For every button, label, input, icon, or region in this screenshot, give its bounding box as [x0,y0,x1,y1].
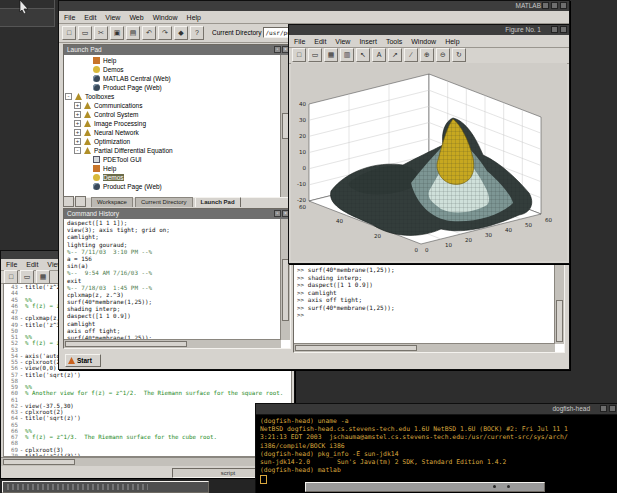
launchpad-tree-item[interactable]: Product Page (Web) [83,182,281,191]
terminal-output[interactable]: (dogfish-head) uname -aNetBSD dogfish-he… [260,417,616,492]
history-line[interactable]: daspect([1 1 1]); [67,220,281,227]
history-line[interactable]: a = 156 [67,256,281,263]
tree-expander-icon[interactable]: + [74,138,81,145]
tree-expander-icon[interactable]: + [74,129,81,136]
command-history-header[interactable]: Command History ▫ × [64,209,290,219]
menu-item[interactable]: View [335,38,350,45]
tree-expander-icon[interactable] [83,165,90,172]
paste-icon[interactable]: ▤ [126,26,140,40]
tree-expander-icon[interactable] [83,156,90,163]
launchpad-tree-item[interactable]: + Optimization [74,137,281,146]
close-button[interactable] [609,405,616,412]
dock-mini-button[interactable] [75,196,86,207]
history-line[interactable]: shading interp; [67,306,281,313]
maximize-button[interactable] [551,2,558,9]
history-line[interactable]: camlight; [67,234,281,241]
tree-expander-icon[interactable]: + [74,120,81,127]
menu-item[interactable]: Help [445,38,459,45]
launchpad-tree-item[interactable]: - Partial Differential Equation [74,146,281,155]
history-line[interactable]: surf(40*membrane(1,25)); [67,299,281,306]
history-line[interactable]: exit [67,278,281,285]
history-line[interactable]: lighting gouraud; [67,242,281,249]
menu-item[interactable]: Edit [314,38,326,45]
launchpad-tree-item[interactable]: Product Page (Web) [83,83,281,92]
tree-expander-icon[interactable] [83,75,90,82]
dock-tab[interactable]: Workspace [91,197,133,207]
command-history-list[interactable]: daspect([1 1 1]);view(3); axis tight; gr… [65,220,281,340]
terminal-titlebar[interactable]: dogfish-head [256,404,617,415]
close-button[interactable] [560,2,567,9]
launchpad-tree-item[interactable]: Help [83,56,281,65]
cut-icon[interactable]: ✂ [94,26,108,40]
simulink-icon[interactable]: ◆ [174,26,188,40]
launchpad-tree-item[interactable]: + Communications [74,101,281,110]
launchpad-tree-item[interactable]: Demos [83,173,281,182]
line-annotation-icon[interactable]: ∕ [404,48,418,62]
open-icon[interactable]: ▭ [308,48,322,62]
launchpad-tree-item[interactable]: + Image Processing [74,119,281,128]
history-line[interactable]: view(3); axis tight; grid on; [67,227,281,234]
menu-item[interactable]: File [6,261,17,268]
minimize-button[interactable] [551,26,558,33]
dock-icon[interactable]: ▫ [274,210,281,217]
dock-tab[interactable]: Launch Pad [195,197,241,207]
copy-icon[interactable]: ▣ [110,26,124,40]
save-icon[interactable]: ▦ [324,48,338,62]
tree-expander-icon[interactable] [83,84,90,91]
history-line[interactable]: sin(a) [67,263,281,270]
desktop-pager[interactable] [305,482,545,492]
history-line[interactable]: daspect([1 1 0.9]) [67,313,281,320]
launchpad-tree-item[interactable]: MATLAB Central (Web) [83,74,281,83]
dock-tab[interactable]: Current Directory [135,197,193,207]
tree-expander-icon[interactable]: + [74,102,81,109]
dock-icon[interactable]: ▫ [274,46,281,53]
launchpad-tree-item[interactable]: + Control System [74,110,281,119]
open-file-icon[interactable]: ▭ [78,26,92,40]
tree-expander-icon[interactable] [83,66,90,73]
start-button[interactable]: Start [65,354,101,367]
taskbar-window-button[interactable] [2,481,209,493]
tree-expander-icon[interactable] [83,174,90,181]
pointer-icon[interactable]: ↖ [356,48,370,62]
menu-item[interactable]: Help [187,14,201,21]
new-file-icon[interactable]: □ [4,270,18,284]
tree-expander-icon[interactable] [83,183,90,190]
history-line[interactable]: %-- 7/18/03 1:45 PM --% [67,285,281,292]
menu-item[interactable]: Edit [26,261,38,268]
tree-expander-icon[interactable]: + [74,111,81,118]
launchpad-tree-item[interactable]: Demos [83,65,281,74]
new-file-icon[interactable]: □ [62,26,76,40]
arrow-annotation-icon[interactable]: ↗ [388,48,402,62]
minimize-button[interactable] [542,2,549,9]
new-figure-icon[interactable]: □ [292,48,306,62]
redo-icon[interactable]: ↷ [158,26,172,40]
launchpad-tree-item[interactable]: PDETool GUI [83,155,281,164]
print-icon[interactable]: ▥ [340,48,354,62]
tree-expander-icon[interactable]: - [74,147,81,154]
menu-item[interactable]: Window [153,14,178,21]
history-line[interactable]: axis off tight; [67,328,281,335]
menu-item[interactable]: File [64,14,75,21]
launchpad-tree-item[interactable]: Help [83,164,281,173]
history-hscrollbar[interactable] [64,339,281,348]
menu-item[interactable]: Window [411,38,436,45]
figure-plot-area[interactable]: 40 30 20 10 0 -10 -20 0 10 20 30 40 50 6… [291,63,567,261]
menu-item[interactable]: Insert [359,38,377,45]
zoom-out-icon[interactable]: ⊖ [436,48,450,62]
history-line[interactable]: %-- 7/11/03 3:10 PM --% [67,249,281,256]
menu-item[interactable]: Tools [386,38,402,45]
launchpad-tree-item[interactable]: + Neural Network [74,128,281,137]
command-window-hscrollbar[interactable] [294,343,555,352]
close-button[interactable] [560,26,567,33]
menu-item[interactable]: File [294,38,305,45]
launchpad-header[interactable]: Launch Pad ▫ × [64,45,290,55]
history-line[interactable]: cplxmap(z, z.^3) [67,292,281,299]
editor-hscrollbar[interactable] [1,457,294,466]
open-file-icon[interactable]: ▭ [20,270,34,284]
minimize-button[interactable] [600,405,607,412]
text-annotation-icon[interactable]: A [372,48,386,62]
save-icon[interactable]: ▦ [36,270,50,284]
menu-item[interactable]: View [105,14,120,21]
history-line[interactable]: camlight [67,321,281,328]
dock-mini-button[interactable] [63,196,74,207]
